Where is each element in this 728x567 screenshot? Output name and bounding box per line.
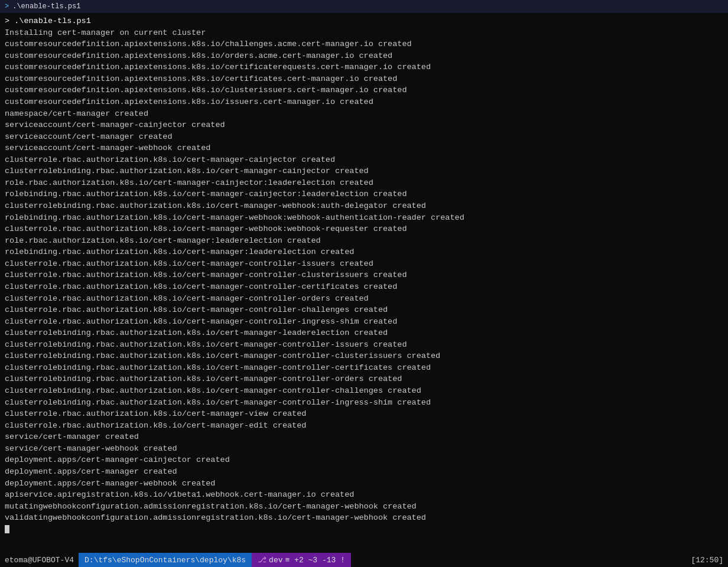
- cursor: [5, 525, 9, 533]
- terminal-line: clusterrole.rbac.authorization.k8s.io/ce…: [5, 304, 723, 316]
- terminal-line: role.rbac.authorization.k8s.io/cert-mana…: [5, 235, 723, 247]
- terminal-line: serviceaccount/cert-manager-webhook crea…: [5, 142, 723, 154]
- terminal-line: deployment.apps/cert-manager-cainjector …: [5, 454, 723, 466]
- terminal-line: clusterrole.rbac.authorization.k8s.io/ce…: [5, 281, 723, 293]
- terminal-line: clusterrole.rbac.authorization.k8s.io/ce…: [5, 258, 723, 270]
- terminal-line: customresourcedefinition.apiextensions.k…: [5, 73, 723, 85]
- terminal-line: rolebinding.rbac.authorization.k8s.io/ce…: [5, 212, 723, 224]
- terminal-body[interactable]: > .\enable-tls.ps1Installing cert-manage…: [0, 13, 728, 553]
- terminal-line: > .\enable-tls.ps1: [5, 15, 723, 27]
- git-icon: ⎇: [258, 555, 266, 565]
- status-path: D:\tfs\eShopOnContainers\deploy\k8s: [79, 553, 252, 567]
- terminal-line: clusterrole.rbac.authorization.k8s.io/ce…: [5, 293, 723, 305]
- git-branch: dev: [269, 556, 282, 565]
- terminal-line: clusterrolebinding.rbac.authorization.k8…: [5, 385, 723, 397]
- terminal-line: clusterrole.rbac.authorization.k8s.io/ce…: [5, 223, 723, 235]
- terminal-line: clusterrole.rbac.authorization.k8s.io/ce…: [5, 316, 723, 328]
- title-prompt: >: [5, 2, 9, 11]
- terminal-line: serviceaccount/cert-manager-cainjector c…: [5, 119, 723, 131]
- terminal-line: apiservice.apiregistration.k8s.io/v1beta…: [5, 489, 723, 501]
- terminal-line: customresourcedefinition.apiextensions.k…: [5, 38, 723, 50]
- git-status: ≡ +2 ~3 -13 !: [285, 556, 344, 565]
- terminal-line: deployment.apps/cert-manager-webhook cre…: [5, 478, 723, 490]
- terminal-line: customresourcedefinition.apiextensions.k…: [5, 96, 723, 108]
- terminal-line: clusterrolebinding.rbac.authorization.k8…: [5, 165, 723, 177]
- terminal-title: > .\enable-tls.ps1: [5, 2, 80, 11]
- terminal-line: service/cert-manager-webhook created: [5, 443, 723, 455]
- terminal-line: rolebinding.rbac.authorization.k8s.io/ce…: [5, 246, 723, 258]
- terminal-line: clusterrole.rbac.authorization.k8s.io/ce…: [5, 420, 723, 432]
- terminal-line: namespace/cert-manager created: [5, 108, 723, 120]
- terminal-line: customresourcedefinition.apiextensions.k…: [5, 61, 723, 73]
- statusbar-time: [12:50]: [686, 556, 728, 565]
- terminal-titlebar: > .\enable-tls.ps1: [0, 0, 728, 13]
- status-git: ⎇ dev ≡ +2 ~3 -13 !: [252, 553, 351, 567]
- terminal-line: customresourcedefinition.apiextensions.k…: [5, 84, 723, 96]
- terminal-window: > .\enable-tls.ps1 > .\enable-tls.ps1Ins…: [0, 0, 728, 567]
- cursor-line: [5, 524, 723, 536]
- terminal-line: clusterrolebinding.rbac.authorization.k8…: [5, 350, 723, 362]
- terminal-line: role.rbac.authorization.k8s.io/cert-mana…: [5, 177, 723, 189]
- terminal-line: deployment.apps/cert-manager created: [5, 466, 723, 478]
- terminal-line: clusterrolebinding.rbac.authorization.k8…: [5, 327, 723, 339]
- terminal-line: clusterrole.rbac.authorization.k8s.io/ce…: [5, 408, 723, 420]
- statusbar-left: etoma@UFOBOT-V4 D:\tfs\eShopOnContainers…: [0, 553, 686, 567]
- terminal-statusbar: etoma@UFOBOT-V4 D:\tfs\eShopOnContainers…: [0, 553, 728, 567]
- terminal-line: rolebinding.rbac.authorization.k8s.io/ce…: [5, 188, 723, 200]
- terminal-line: clusterrole.rbac.authorization.k8s.io/ce…: [5, 154, 723, 166]
- terminal-line: Installing cert-manager on current clust…: [5, 27, 723, 39]
- terminal-line: validatingwebhookconfiguration.admission…: [5, 512, 723, 524]
- terminal-line: clusterrolebinding.rbac.authorization.k8…: [5, 362, 723, 374]
- terminal-line: service/cert-manager created: [5, 431, 723, 443]
- title-script: .\enable-tls.ps1: [12, 2, 80, 11]
- terminal-line: clusterrolebinding.rbac.authorization.k8…: [5, 373, 723, 385]
- terminal-line: clusterrolebinding.rbac.authorization.k8…: [5, 397, 723, 409]
- terminal-line: clusterrolebinding.rbac.authorization.k8…: [5, 200, 723, 212]
- terminal-line: clusterrole.rbac.authorization.k8s.io/ce…: [5, 269, 723, 281]
- status-username: etoma@UFOBOT-V4: [0, 556, 79, 565]
- terminal-line: serviceaccount/cert-manager created: [5, 131, 723, 143]
- terminal-line: clusterrolebinding.rbac.authorization.k8…: [5, 339, 723, 351]
- terminal-line: mutatingwebhookconfiguration.admissionre…: [5, 501, 723, 513]
- terminal-line: customresourcedefinition.apiextensions.k…: [5, 50, 723, 62]
